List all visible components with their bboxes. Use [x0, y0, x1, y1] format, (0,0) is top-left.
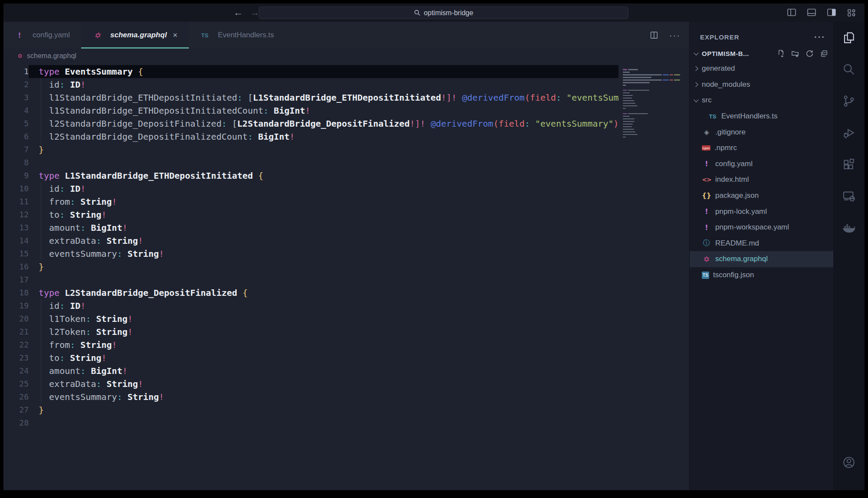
code-line-17[interactable]: 17 [3, 273, 689, 286]
code-line-19[interactable]: 19 id: ID! [3, 299, 689, 312]
tab-config-yaml[interactable]: ! config.yaml [3, 22, 81, 49]
line-number: 28 [3, 416, 29, 429]
explorer-more-actions-icon[interactable]: ··· [814, 32, 825, 42]
git-file-icon: ◈ [702, 128, 711, 136]
explorer-sidebar: EXPLORER ··· OPTIMISM-B... [689, 22, 833, 490]
code-editor[interactable]: 1type EventsSummary {2 id: ID!3 l1Standa… [3, 63, 689, 429]
file-row-readme-md[interactable]: ⓘREADME.md [690, 236, 833, 252]
folder-row-generated[interactable]: generated [690, 61, 833, 77]
more-actions-icon[interactable]: ··· [669, 30, 681, 40]
file-row-tsconfig-json[interactable]: TStsconfig.json [690, 267, 833, 283]
run-and-debug-icon[interactable] [833, 117, 865, 148]
history-forward-icon[interactable]: → [250, 7, 260, 18]
file-row--npmrc[interactable]: npm.npmrc [690, 140, 833, 156]
tab-label: config.yaml [33, 31, 70, 39]
tab-label: EventHandlers.ts [218, 31, 274, 39]
code-line-15[interactable]: 15 eventsSummary: String! [3, 247, 689, 260]
line-number: 10 [3, 182, 29, 195]
folder-row-src[interactable]: src [690, 92, 833, 108]
code-line-18[interactable]: 18type L2StandardBridge_DepositFinalized… [3, 286, 689, 299]
graphql-file-icon: ✡ [16, 52, 23, 59]
breadcrumb-filename: schema.graphql [27, 52, 76, 60]
tree-item-label: tsconfig.json [713, 271, 754, 279]
code-line-4[interactable]: 4 l1StandardBridge_ETHDepositInitiatedCo… [3, 104, 689, 117]
code-line-8[interactable]: 8 [3, 156, 689, 169]
new-file-icon[interactable] [777, 49, 785, 58]
file-row-eventhandlers-ts[interactable]: TSEventHandlers.ts [690, 108, 833, 124]
remote-explorer-icon[interactable] [833, 180, 865, 212]
collapse-folders-icon[interactable] [820, 49, 828, 58]
code-line-16[interactable]: 16} [3, 260, 689, 273]
code-line-21[interactable]: 21 l2Token: String! [3, 325, 689, 338]
explorer-title: EXPLORER [700, 33, 740, 41]
code-line-12[interactable]: 12 to: String! [3, 208, 689, 221]
info-file-icon: ⓘ [702, 239, 711, 248]
code-line-23[interactable]: 23 to: String! [3, 351, 689, 364]
code-line-11[interactable]: 11 from: String! [3, 195, 689, 208]
code-line-26[interactable]: 26 eventsSummary: String! [3, 390, 689, 403]
search-view-icon[interactable] [833, 53, 865, 85]
extensions-icon[interactable] [833, 148, 865, 180]
line-number: 12 [3, 208, 29, 221]
tab-close-icon[interactable]: × [173, 31, 178, 40]
minimap[interactable] [618, 63, 689, 176]
code-line-14[interactable]: 14 extraData: String! [3, 234, 689, 247]
code-line-3[interactable]: 3 l1StandardBridge_ETHDepositInitiated: … [3, 91, 689, 104]
refresh-icon[interactable] [806, 49, 814, 58]
tree-item-label: EventHandlers.ts [721, 112, 777, 121]
code-line-13[interactable]: 13 amount: BigInt! [3, 221, 689, 234]
line-number: 17 [3, 273, 29, 286]
tree-item-label: schema.graphql [715, 255, 768, 263]
code-line-25[interactable]: 25 extraData: String! [3, 377, 689, 390]
toggle-secondary-sidebar-icon[interactable] [826, 7, 837, 18]
tab-label: schema.graphql [110, 31, 167, 39]
file-row-config-yaml[interactable]: !config.yaml [690, 156, 833, 172]
docker-icon[interactable] [833, 212, 865, 243]
file-tree: generatednode_modulessrcTSEventHandlers.… [690, 61, 833, 283]
tab-eventhandlers-ts[interactable]: TS EventHandlers.ts [189, 22, 285, 49]
folder-row-node-modules[interactable]: node_modules [690, 77, 833, 93]
code-line-9[interactable]: 9type L1StandardBridge_ETHDepositInitiat… [3, 169, 689, 182]
file-row--gitignore[interactable]: ◈.gitignore [690, 124, 833, 140]
line-number: 19 [3, 299, 29, 312]
file-row-package-json[interactable]: {}package.json [690, 188, 833, 204]
file-row-schema-graphql[interactable]: ✡schema.graphql [690, 251, 833, 267]
history-back-icon[interactable]: ← [233, 7, 243, 18]
code-line-10[interactable]: 10 id: ID! [3, 182, 689, 195]
file-row-index-html[interactable]: <>index.html [690, 172, 833, 188]
toggle-panel-icon[interactable] [806, 7, 817, 18]
account-icon[interactable] [833, 446, 865, 478]
workspace-name: OPTIMISM-B... [702, 50, 749, 57]
toggle-primary-sidebar-icon[interactable] [786, 7, 797, 18]
code-line-22[interactable]: 22 from: String! [3, 338, 689, 351]
line-number: 7 [3, 143, 29, 156]
line-number: 4 [3, 104, 29, 117]
code-line-1[interactable]: 1type EventsSummary { [3, 65, 689, 78]
split-editor-icon[interactable] [649, 30, 659, 40]
code-line-28[interactable]: 28 [3, 416, 689, 429]
code-line-2[interactable]: 2 id: ID! [3, 78, 689, 91]
workspace-section-header[interactable]: OPTIMISM-B... [690, 46, 833, 61]
source-control-icon[interactable] [833, 85, 865, 117]
breadcrumb[interactable]: ✡ schema.graphql [3, 49, 689, 63]
graphql-file-icon: ✡ [92, 31, 102, 40]
line-number: 20 [3, 312, 29, 325]
code-line-27[interactable]: 27} [3, 403, 689, 416]
tree-item-label: README.md [715, 239, 759, 248]
explorer-view-icon[interactable] [833, 22, 865, 53]
tab-schema-graphql[interactable]: ✡ schema.graphql × [81, 22, 189, 49]
command-center-search[interactable]: optimism-bridge [259, 7, 628, 19]
code-line-20[interactable]: 20 l1Token: String! [3, 312, 689, 325]
yaml-file-icon: ! [702, 207, 711, 216]
code-line-24[interactable]: 24 amount: BigInt! [3, 364, 689, 377]
new-folder-icon[interactable] [791, 49, 799, 58]
tree-item-label: pnpm-lock.yaml [715, 207, 767, 216]
customize-layout-icon[interactable] [846, 7, 857, 18]
line-number: 23 [3, 351, 29, 364]
code-line-5[interactable]: 5 l2StandardBridge_DepositFinalized: [L2… [3, 117, 689, 130]
tree-item-label: index.html [715, 175, 749, 184]
code-line-6[interactable]: 6 l2StandardBridge_DepositFinalizedCount… [3, 130, 689, 143]
file-row-pnpm-lock-yaml[interactable]: !pnpm-lock.yaml [690, 203, 833, 220]
file-row-pnpm-workspace-yaml[interactable]: !pnpm-workspace.yaml [690, 220, 833, 236]
code-line-7[interactable]: 7} [3, 143, 689, 156]
